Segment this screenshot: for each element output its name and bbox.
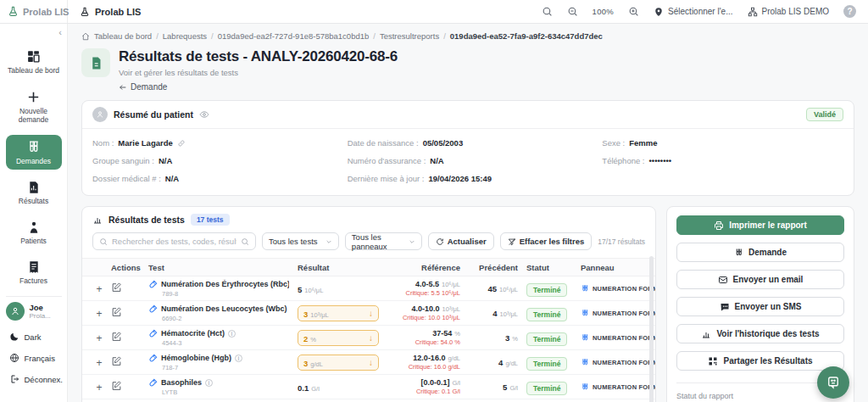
test-name[interactable]: Numération Des Érythrocytes (Rbc): [161, 280, 289, 288]
column-actions: Actions: [111, 263, 148, 272]
eye-icon[interactable]: [199, 109, 209, 120]
info-icon[interactable]: [235, 355, 242, 362]
test-name[interactable]: Basophiles: [161, 378, 202, 387]
clear-filters-button[interactable]: Effacer les filtres: [500, 232, 593, 250]
panel-tubes-icon: [581, 358, 589, 366]
expand-row-button[interactable]: [92, 332, 106, 345]
help-icon[interactable]: ?: [843, 5, 856, 18]
zoom-out-icon[interactable]: [567, 6, 578, 17]
sidebar-item-demandes[interactable]: Demandes: [6, 135, 62, 170]
breadcrumb-item[interactable]: Testresultreports: [380, 31, 439, 41]
page-header-icon: [81, 48, 110, 77]
search-icon[interactable]: [542, 6, 553, 17]
sidebar-collapse-icon[interactable]: ‹: [58, 27, 62, 37]
breadcrumb-item[interactable]: Tableau de bord: [94, 31, 152, 41]
reference-range: 4.0-5.510⁶/μL: [384, 280, 460, 288]
breadcrumb-item[interactable]: 019da9ed-ea2f-727d-91e8-578ba1c0bd1b: [218, 31, 370, 41]
patient-field-medical-record: Dossier médical # :N/A: [92, 170, 334, 187]
critical-threshold: Critique: 54.0 %: [384, 338, 460, 346]
arrow-down-icon: [369, 358, 373, 367]
column-reference: Référence: [384, 263, 469, 272]
flask-tab-icon: [80, 7, 90, 17]
expand-row-button[interactable]: [92, 356, 106, 370]
tests-filter-select[interactable]: Tous les tests: [262, 232, 339, 250]
app-tab[interactable]: Prolab LIS: [68, 0, 153, 23]
location-selector-label: Sélectionner l'e...: [668, 7, 732, 16]
table-row: Basophiles LYTB 0.1G/l 0.1G/l [0.0-0.1]G: [82, 375, 655, 399]
arrow-left-icon: [119, 83, 127, 92]
report-status-label: Statut du rapport: [676, 392, 844, 400]
edit-result-button[interactable]: [111, 353, 126, 368]
edit-result-button[interactable]: [111, 304, 126, 319]
test-name[interactable]: Hématocrite (Hct): [161, 329, 225, 338]
test-name[interactable]: Numération Des Leucocytes (Wbc): [161, 304, 287, 313]
expand-row-button[interactable]: [92, 307, 106, 321]
test-code: 718-7: [162, 364, 289, 371]
edit-pencil-icon: [111, 331, 122, 342]
test-count-badge: 17 tests: [191, 214, 230, 226]
arrow-down-icon: [369, 309, 373, 318]
edit-result-button[interactable]: [111, 328, 126, 343]
test-name[interactable]: Hémoglobine (Hgb): [161, 354, 231, 362]
status-badge: Terminé: [526, 382, 567, 395]
home-icon: [81, 32, 90, 41]
globe-icon: [9, 353, 19, 363]
previous-value: 4g/dL: [469, 358, 526, 367]
panel-name: NUMERATION FORMUL: [593, 310, 655, 317]
refresh-button[interactable]: Actualiser: [428, 232, 494, 250]
table-scrollbar[interactable]: [649, 256, 654, 402]
tenant-selector[interactable]: Prolab LIS DEMO: [748, 7, 829, 17]
sidebar-item-resultats[interactable]: Résultats: [6, 176, 62, 209]
search-icon: [99, 237, 108, 246]
send-sms-button[interactable]: Envoyer un SMS: [676, 297, 844, 316]
test-code: 4544-3: [162, 339, 289, 347]
column-resultat: Résultat: [289, 263, 384, 272]
previous-value: 3%: [469, 333, 526, 343]
patient-field-name: Nom :Marie Lagarde: [92, 134, 334, 152]
validated-badge: Validé: [806, 108, 843, 121]
print-report-button[interactable]: Imprimer le rapport: [676, 215, 844, 235]
sidebar-item-factures[interactable]: Factures: [6, 255, 62, 289]
sidebar: ‹ Tableau de bord Nouvelle demande Deman…: [0, 24, 68, 402]
sidebar-item-patients[interactable]: Patients: [6, 215, 62, 249]
table-row: Hématocrite (Hct) 4544-3 2% 2% 37-54%: [82, 326, 655, 350]
edit-result-button[interactable]: [111, 377, 126, 393]
result-value: 0.1G/l: [298, 383, 320, 393]
reference-range: 12.0-16.0g/dL: [384, 354, 460, 362]
sidebar-item-nouvelle-demande[interactable]: Nouvelle demande: [6, 85, 62, 128]
language-selector[interactable]: Français: [6, 353, 62, 363]
chevron-down-icon: [409, 238, 415, 245]
panel-name: NUMERATION FORMUL: [593, 334, 655, 342]
location-selector[interactable]: Sélectionner l'e...: [654, 7, 732, 17]
page-header: Résultats de tests - ANALY-20260420-68-6…: [81, 48, 854, 92]
logout-button[interactable]: Déconnex.: [6, 374, 62, 384]
search-box: [92, 232, 256, 250]
search-icon: [241, 237, 249, 246]
link-icon[interactable]: [177, 139, 186, 148]
search-input[interactable]: [112, 237, 236, 246]
previous-value: 410³/μL: [469, 309, 526, 318]
page-subtitle: Voir et gérer les résultats de tests: [119, 68, 398, 77]
arrow-down-icon: [369, 333, 373, 343]
share-results-button[interactable]: Partager les Résultats: [676, 351, 844, 371]
request-button[interactable]: Demande: [676, 243, 844, 262]
panels-filter-select[interactable]: Tous les panneaux: [345, 232, 422, 250]
expand-row-button[interactable]: [92, 381, 106, 394]
breadcrumb-item[interactable]: Labrequests: [163, 31, 207, 41]
user-menu[interactable]: Joe Prola...: [6, 302, 62, 321]
zoom-in-icon[interactable]: [628, 6, 639, 17]
test-history-button[interactable]: Voir l'historique des tests: [676, 324, 844, 343]
app-logo-text: Prolab LIS: [23, 7, 69, 17]
info-icon[interactable]: [228, 330, 236, 338]
info-icon[interactable]: [205, 379, 213, 387]
sidebar-item-tableau-de-bord[interactable]: Tableau de bord: [6, 44, 62, 79]
reference-range: 37-54%: [384, 329, 460, 338]
chat-button[interactable]: [817, 366, 849, 399]
printer-icon: [714, 221, 724, 231]
expand-row-button[interactable]: [92, 282, 106, 296]
top-bar: Prolab LIS Prolab LIS 100% Sélectionner …: [0, 0, 868, 24]
theme-toggle[interactable]: Dark: [6, 332, 62, 342]
send-email-button[interactable]: Envoyer un email: [676, 270, 844, 289]
edit-result-button[interactable]: [111, 279, 126, 294]
back-link[interactable]: Demande: [119, 82, 398, 92]
